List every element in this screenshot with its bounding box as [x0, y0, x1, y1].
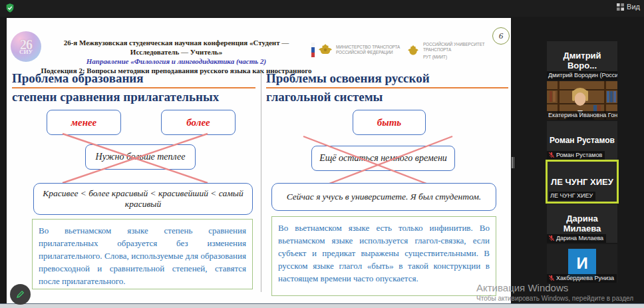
meeting-topbar: Вид [0, 0, 644, 17]
shared-slide: 26 СИУ 26-я Межвузовская студенческая на… [7, 18, 511, 304]
chip-bolee-label: более [186, 117, 210, 128]
right-correct-example-box: Сейчас я учусь в университете. Я был сту… [271, 183, 496, 211]
university-logo: РОССИЙСКИЙ УНИВЕРСИТЕТ ТРАНСПОРТА РУТ (М… [406, 42, 485, 60]
security-shield-icon[interactable] [5, 3, 15, 13]
chip-byt: быть [353, 110, 426, 135]
participant-name: ЛЕ ЧУНГ ХИЕУ [550, 177, 615, 187]
right-title-line1: Проблемы освоения русской [266, 70, 508, 88]
participant-label: Екатерина Ивановна Гон... [548, 112, 617, 118]
ministry-name-line2: РОССИЙСКОЙ ФЕДЕРАЦИИ [336, 50, 400, 55]
conference-logo-acronym: СИУ [19, 49, 33, 55]
university-name-line1: РОССИЙСКИЙ УНИВЕРСИТЕТ [423, 42, 485, 47]
right-wrong-example-text: Ещё остаться немного времени [319, 153, 447, 164]
view-button-label: Вид [627, 3, 640, 11]
chip-byt-label: быть [377, 117, 401, 128]
conference-logo: 26 СИУ [11, 31, 41, 62]
left-title-line2: степени сравнения прилагательных [12, 90, 219, 104]
right-note-text: Во вьетнамском языке есть только инфинит… [278, 223, 490, 283]
participant-label: ЛЕ ЧУНГ ХИЕУ [550, 192, 593, 199]
pencil-icon [15, 289, 25, 299]
chip-menee: менее [47, 110, 121, 135]
gallery-view-icon [617, 3, 624, 11]
slide-page-number: 6 [492, 27, 510, 45]
left-comparison-text: Красивее < более красивый < красивейший … [39, 188, 247, 210]
right-correct-example-text: Сейчас я учусь в университете. Я был сту… [287, 192, 482, 202]
meeting-window: Вид 26 СИУ 26-я Межвузовская студенческа… [0, 0, 644, 308]
sidebar-resize-handle[interactable] [511, 157, 515, 168]
mic-muted-icon [548, 152, 555, 158]
participant-tile[interactable]: Екатерина Ивановна Гон... [547, 81, 617, 120]
chip-menee-label: менее [71, 117, 97, 128]
taskbar-edge [0, 303, 644, 308]
eagle-emblem-icon [317, 42, 333, 58]
participant-tile[interactable]: И Хакбердиева Руниза [547, 244, 617, 283]
conference-title: 26-я Межвузовская студенческая научная к… [40, 38, 313, 57]
ministry-name-line1: МИНИСТЕРСТВО ТРАНСПОРТА [336, 45, 400, 50]
chip-bolee: более [161, 110, 236, 135]
view-button[interactable]: Вид [617, 3, 640, 11]
participant-name: Дмитрий Воро... [547, 51, 617, 71]
left-wrong-example-box: Нужно больше теплее [85, 144, 196, 170]
annotate-pencil-button[interactable] [10, 284, 31, 305]
participant-tile[interactable]: Дмитрий Воро... Дмитрий Вородин (Росси..… [547, 41, 617, 80]
left-column-title: Проблема образования степени сравнения п… [12, 70, 255, 105]
participant-tile[interactable]: Дарина Милаева Дарина Милаева [547, 204, 617, 243]
university-abbreviation: РУТ (МИИТ) [423, 55, 485, 60]
left-wrong-example-text: Нужно больше теплее [96, 152, 186, 162]
right-note-box: Во вьетнамском языке есть только инфинит… [271, 216, 496, 296]
right-title-line2: глагольной системы [266, 90, 383, 104]
participant-label: Хакбердиева Руниза [556, 275, 614, 281]
conference-track: Направление «Филология и лингводидактика… [40, 57, 313, 66]
left-note-box: Во вьетнамском языке степень сравнения п… [32, 219, 253, 289]
left-note-text: Во вьетнамском языке степень сравнения п… [39, 226, 246, 286]
column-divider [261, 71, 261, 292]
russian-flag-icon [311, 43, 315, 57]
right-column-title: Проблемы освоения русской глагольной сис… [266, 70, 508, 105]
mic-muted-icon [548, 235, 555, 241]
participant-name: Дарина Милаева [547, 214, 617, 233]
ministry-logo: МИНИСТЕРСТВО ТРАНСПОРТА РОССИЙСКОЙ ФЕДЕР… [311, 42, 400, 58]
participant-tile-active-speaker[interactable]: ЛЕ ЧУНГ ХИЕУ ЛЕ ЧУНГ ХИЕУ [547, 161, 617, 202]
participant-label: Роман Рустамов [556, 152, 602, 158]
participant-tile[interactable]: Роман Рустамов Роман Рустамов [547, 121, 617, 160]
mic-muted-icon [548, 275, 555, 281]
left-title-line1: Проблема образования [12, 70, 255, 88]
participant-label: Дмитрий Вородин (Росси... [548, 72, 617, 78]
participant-label: Дарина Милаева [556, 235, 603, 241]
participant-name: Роман Рустамов [548, 136, 616, 145]
right-wrong-example-box: Ещё остаться немного времени [311, 146, 455, 171]
university-emblem-icon [406, 44, 420, 59]
university-name-line2: ТРАНСПОРТА [423, 47, 485, 53]
left-comparison-box: Красивее < более красивый < красивейший … [33, 183, 253, 215]
